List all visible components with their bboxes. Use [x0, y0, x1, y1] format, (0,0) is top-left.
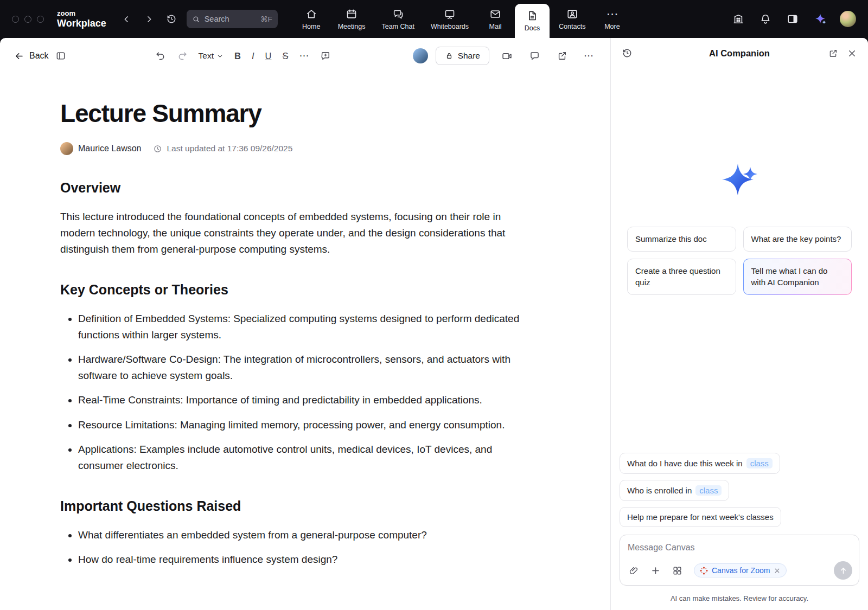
ai-panel-title: AI Companion [652, 48, 827, 59]
section-heading-overview[interactable]: Overview [60, 180, 529, 196]
ai-panel-spacer [611, 295, 868, 453]
author-name: Maurice Lawson [78, 144, 142, 153]
history-icon[interactable] [164, 11, 179, 27]
meetings-icon [346, 8, 358, 20]
key-concepts-list: Definition of Embedded Systems: Speciali… [60, 311, 529, 473]
logo-workplace-text: Workplace [57, 18, 106, 28]
canvas-logo-icon [700, 567, 708, 575]
questions-list: What differentiates an embedded system f… [60, 527, 529, 568]
list-item[interactable]: How do real-time requirements influence … [78, 551, 529, 567]
window-controls [12, 16, 44, 23]
team-chat-icon [392, 8, 404, 20]
document-toolbar: Back Text B I U S ⋯ [0, 38, 610, 74]
main-content: Back Text B I U S ⋯ [0, 38, 868, 610]
ai-companion-panel: AI Companion Summarize this doc [610, 38, 868, 610]
chevron-down-icon [216, 53, 224, 60]
overview-paragraph[interactable]: This lecture introduced the foundational… [60, 209, 529, 257]
last-updated-text: Last updated at 17:36 09/26/2025 [167, 144, 293, 153]
side-panel-toggle-icon[interactable] [784, 11, 801, 27]
document-meta: Maurice Lawson Last updated at 17:36 09/… [60, 142, 529, 155]
share-label: Share [458, 51, 480, 61]
add-plus-icon[interactable] [648, 563, 663, 578]
search-placeholder: Search [205, 15, 229, 23]
chip-key-points[interactable]: What are the key points? [743, 227, 852, 252]
remove-context-icon[interactable] [774, 567, 781, 574]
text-style-dropdown[interactable]: Text [194, 48, 228, 64]
nav-docs[interactable]: Docs [515, 4, 550, 38]
more-actions-icon[interactable]: ⋯ [579, 47, 598, 65]
undo-icon[interactable] [151, 47, 170, 65]
search-input[interactable]: Search ⌘F [187, 10, 278, 28]
back-arrow-icon [14, 51, 24, 61]
nav-home[interactable]: Home [294, 0, 329, 38]
author-avatar [60, 142, 73, 155]
underline-button[interactable]: U [261, 48, 276, 65]
notifications-bell-icon[interactable] [757, 11, 774, 27]
apps-grid-icon[interactable] [670, 563, 685, 578]
ai-history-icon[interactable] [620, 46, 635, 61]
open-external-icon[interactable] [552, 47, 572, 65]
doc-toolbar-right: Share ⋯ [413, 47, 598, 65]
share-button[interactable]: Share [436, 47, 489, 65]
text-style-label: Text [199, 51, 214, 61]
forward-chevron-icon[interactable] [142, 12, 156, 27]
list-item[interactable]: Definition of Embedded Systems: Speciali… [78, 311, 529, 343]
more-formatting-icon[interactable]: ⋯ [295, 47, 314, 65]
ai-companion-sparkle-icon[interactable] [812, 10, 829, 28]
attach-paperclip-icon[interactable] [627, 563, 641, 578]
composer-toolbar: Canvas for Zoom [627, 561, 852, 580]
topbar-right-icons [730, 10, 856, 28]
nav-label: More [604, 23, 620, 30]
send-button[interactable] [834, 561, 852, 580]
nav-label: Meetings [338, 23, 366, 30]
section-heading-questions[interactable]: Important Questions Raised [60, 498, 529, 514]
back-chevron-icon[interactable] [119, 12, 134, 27]
ai-popout-icon[interactable] [826, 46, 840, 61]
video-call-icon[interactable] [497, 47, 517, 65]
redo-icon[interactable] [173, 47, 192, 65]
zoom-workplace-app: zoom Workplace Search ⌘F Home Meetings [0, 0, 868, 610]
nav-label: Whiteboards [431, 23, 469, 30]
page-title[interactable]: Lecture Summary [60, 99, 529, 128]
list-item[interactable]: Real-Time Constraints: Importance of tim… [78, 392, 529, 408]
window-zoom-button[interactable] [37, 16, 44, 23]
primary-navigation: Home Meetings Team Chat Whiteboards Mail… [294, 0, 630, 38]
prompt-prepare-next-week[interactable]: Help me prepare for next week's classes [620, 507, 781, 527]
back-button[interactable]: Back [12, 49, 51, 63]
search-icon [192, 15, 200, 23]
message-input[interactable] [627, 542, 852, 553]
doc-sidebar-toggle-icon[interactable] [51, 47, 71, 65]
chip-quiz[interactable]: Create a three question quiz [627, 259, 736, 295]
list-item[interactable]: What differentiates an embedded system f… [78, 527, 529, 543]
prompt-text: Who is enrolled in [627, 486, 692, 495]
list-item[interactable]: Applications: Examples include automotiv… [78, 441, 529, 473]
nav-meetings[interactable]: Meetings [331, 0, 373, 38]
nav-contacts[interactable]: Contacts [552, 0, 592, 38]
section-heading-key-concepts[interactable]: Key Concepts or Theories [60, 282, 529, 298]
document-editor[interactable]: Lecture Summary Maurice Lawson Last upda… [0, 74, 610, 610]
bold-button[interactable]: B [230, 48, 245, 65]
workspaces-icon[interactable] [730, 11, 746, 27]
prompt-who-enrolled[interactable]: Who is enrolled in class [620, 480, 729, 501]
chat-icon[interactable] [525, 47, 545, 65]
nav-whiteboards[interactable]: Whiteboards [424, 0, 476, 38]
nav-team-chat[interactable]: Team Chat [374, 0, 421, 38]
chip-what-can-ai-do[interactable]: Tell me what I can do with AI Companion [743, 259, 852, 295]
nav-mail[interactable]: Mail [478, 0, 513, 38]
list-item[interactable]: Hardware/Software Co-Design: The integra… [78, 351, 529, 383]
add-comment-icon[interactable] [316, 47, 335, 65]
list-item[interactable]: Resource Limitations: Managing limited m… [78, 417, 529, 433]
window-minimize-button[interactable] [24, 16, 31, 23]
nav-more[interactable]: ⋯ More [595, 0, 629, 38]
zoom-workplace-logo: zoom Workplace [57, 10, 106, 28]
chip-summarize[interactable]: Summarize this doc [627, 227, 736, 252]
strikethrough-button[interactable]: S [278, 48, 292, 65]
window-close-button[interactable] [12, 16, 19, 23]
italic-button[interactable]: I [247, 48, 259, 65]
nav-label: Home [302, 23, 320, 30]
prompt-due-this-week[interactable]: What do I have due this week in class [620, 453, 780, 474]
canvas-context-chip[interactable]: Canvas for Zoom [694, 563, 787, 577]
ai-close-icon[interactable] [845, 46, 859, 61]
collaborator-avatar[interactable] [413, 48, 428, 63]
user-avatar[interactable] [840, 11, 856, 27]
